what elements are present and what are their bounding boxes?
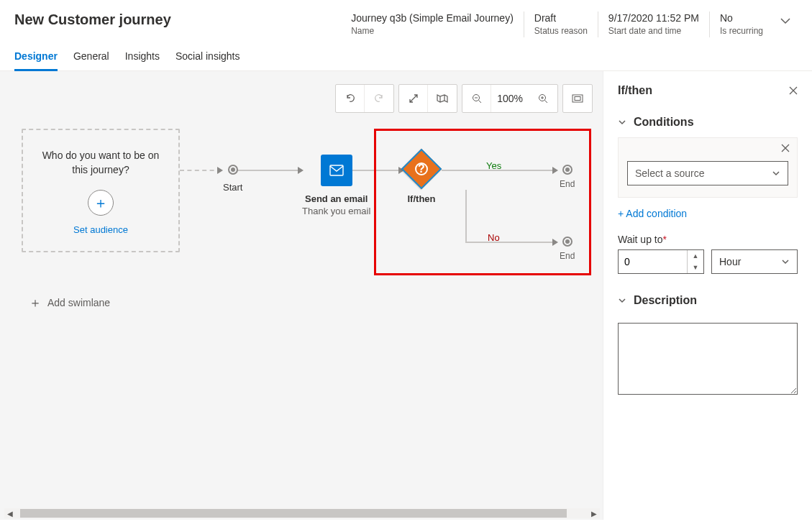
wait-unit-select[interactable]: Hour — [711, 249, 798, 274]
minimap-button[interactable] — [428, 85, 457, 112]
redo-button[interactable] — [365, 85, 393, 112]
connector-vert — [465, 190, 467, 242]
scroll-right-icon[interactable]: ▶ — [588, 510, 600, 518]
tab-social-insights[interactable]: Social insights — [175, 43, 240, 70]
arrow-icon — [217, 167, 223, 174]
page-title: New Customer journey — [14, 12, 341, 28]
question-icon: ? — [415, 162, 428, 175]
start-label: Start — [223, 182, 242, 193]
add-swimlane-label: Add swimlane — [47, 297, 110, 308]
end-node-yes[interactable]: End — [560, 165, 575, 189]
email-icon — [321, 155, 352, 186]
wait-value-field[interactable] — [619, 256, 669, 267]
arrow-icon — [552, 167, 558, 174]
canvas-toolbar: 100% — [335, 84, 593, 113]
add-condition-link[interactable]: + Add condition — [618, 208, 798, 219]
connector — [237, 170, 302, 171]
designer-canvas[interactable]: 100% Yes End — [0, 71, 603, 520]
close-panel-button[interactable] — [789, 86, 798, 95]
chevron-down-icon — [781, 257, 790, 266]
chevron-down-icon — [618, 118, 626, 127]
meta-start-label: Start date and time — [608, 26, 699, 37]
meta-recurring-value: No — [720, 12, 763, 24]
audience-question: Who do you want to be on this journey? — [33, 149, 168, 177]
zoom-in-button[interactable] — [529, 85, 557, 112]
source-placeholder: Select a source — [635, 168, 705, 179]
branch-no-label: No — [488, 232, 500, 243]
fit-to-screen-button[interactable] — [563, 85, 592, 112]
description-textarea[interactable] — [618, 323, 798, 395]
zoom-out-button[interactable] — [462, 85, 491, 112]
record-meta: Journey q3b (Simple Email Journey) Name … — [341, 12, 773, 37]
undo-button[interactable] — [336, 85, 365, 112]
branch-yes-label: Yes — [486, 160, 501, 171]
arrow-icon — [552, 239, 558, 246]
svg-rect-4 — [330, 165, 343, 175]
svg-rect-2 — [572, 95, 583, 102]
meta-recurring: No Is recurring — [709, 12, 773, 37]
add-swimlane-button[interactable]: ＋ Add swimlane — [29, 294, 110, 311]
page-tabs: Designer General Insights Social insight… — [0, 43, 812, 71]
remove-condition-button[interactable] — [781, 144, 790, 152]
end-node-no[interactable]: End — [560, 237, 575, 261]
spin-down-button[interactable]: ▼ — [688, 262, 703, 273]
ifthen-node[interactable]: ? If/then — [401, 149, 442, 204]
conditions-heading: Conditions — [634, 116, 694, 129]
add-audience-button[interactable]: ＋ — [88, 190, 114, 216]
meta-status-label: Status reason — [534, 26, 588, 37]
email-subtitle: Thank you email — [302, 206, 370, 216]
meta-name-label: Name — [351, 26, 514, 37]
set-audience-link[interactable]: Set audience — [33, 224, 168, 235]
connector-dashed — [180, 170, 222, 171]
email-node[interactable]: Send an email Thank you email — [302, 155, 370, 216]
panel-title: If/then — [618, 84, 652, 97]
wait-number-input[interactable]: ▲ ▼ — [618, 249, 704, 274]
meta-name: Journey q3b (Simple Email Journey) Name — [341, 12, 524, 37]
end-label: End — [560, 179, 575, 189]
chevron-down-icon — [772, 169, 780, 178]
fullscreen-button[interactable] — [399, 85, 428, 112]
meta-recurring-label: Is recurring — [720, 26, 763, 37]
end-circle-icon — [562, 165, 572, 175]
end-label: End — [560, 251, 575, 261]
canvas-horizontal-scrollbar[interactable]: ◀ ▶ — [4, 508, 600, 518]
main: 100% Yes End — [0, 71, 812, 520]
plus-icon: ＋ — [29, 294, 42, 311]
condition-card: Select a source — [618, 137, 798, 198]
tab-general[interactable]: General — [73, 43, 109, 70]
start-circle-icon — [228, 165, 238, 175]
end-circle-icon — [562, 237, 572, 247]
spin-up-button[interactable]: ▲ — [688, 250, 703, 262]
tab-designer[interactable]: Designer — [14, 43, 58, 70]
meta-status: Draft Status reason — [524, 12, 598, 37]
chevron-down-icon — [618, 296, 626, 305]
meta-name-value: Journey q3b (Simple Email Journey) — [351, 12, 514, 24]
expand-header-button[interactable] — [773, 12, 798, 30]
audience-node[interactable]: Who do you want to be on this journey? ＋… — [22, 129, 180, 252]
scroll-left-icon[interactable]: ◀ — [4, 510, 16, 518]
wait-label: Wait up to* — [618, 234, 798, 245]
description-heading: Description — [634, 294, 697, 307]
email-title: Send an email — [302, 193, 370, 204]
svg-rect-3 — [575, 97, 580, 101]
scroll-thumb[interactable] — [20, 509, 567, 518]
meta-start: 9/17/2020 11:52 PM Start date and time — [598, 12, 709, 37]
page-header: New Customer journey Journey q3b (Simple… — [0, 0, 812, 43]
required-asterisk: * — [663, 234, 667, 245]
conditions-section-header[interactable]: Conditions — [618, 116, 798, 129]
source-select[interactable]: Select a source — [627, 161, 788, 185]
meta-status-value: Draft — [534, 12, 588, 24]
properties-panel: If/then Conditions Select a source + Add… — [603, 71, 812, 520]
tab-insights[interactable]: Insights — [125, 43, 160, 70]
description-section-header[interactable]: Description — [618, 294, 798, 307]
wait-unit-value: Hour — [719, 256, 741, 267]
start-node[interactable]: Start — [223, 165, 242, 193]
connector-no — [465, 242, 556, 243]
zoom-level: 100% — [491, 93, 529, 104]
meta-start-value: 9/17/2020 11:52 PM — [608, 12, 699, 24]
ifthen-label: If/then — [401, 193, 442, 204]
